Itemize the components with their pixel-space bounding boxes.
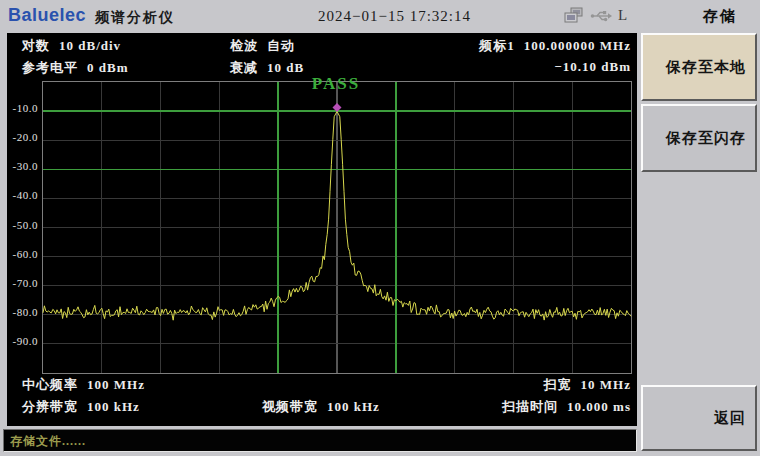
span-value: 10 MHz <box>581 377 631 392</box>
scale-setting: 对数10 dB/div <box>22 37 121 55</box>
center-frequency-value: 100 MHz <box>87 377 145 392</box>
save-to-flash-label: 保存至闪存 <box>666 129 746 148</box>
vbw-readout: 视频带宽100 kHz <box>262 398 380 416</box>
marker-readout-level: −10.10 dBm <box>554 59 631 75</box>
brand-logo: Baluelec <box>8 5 86 26</box>
span-readout: 扫宽10 MHz <box>544 376 631 394</box>
save-to-local-button[interactable]: 保存至本地 <box>641 33 757 101</box>
y-axis-label: -90.0 <box>7 335 38 347</box>
plot-area <box>42 81 632 374</box>
status-letter: L <box>618 7 627 24</box>
scale-value: 10 dB/div <box>59 38 121 53</box>
spectrum-chart-svg <box>43 82 631 373</box>
menu-title: 存储 <box>685 7 755 26</box>
center-frequency-label: 中心频率 <box>22 377 78 392</box>
y-axis-label: -70.0 <box>7 277 38 289</box>
status-bar: 存储文件...... <box>3 429 637 452</box>
sweep-time-readout: 扫描时间10.000 ms <box>502 398 631 416</box>
marker-readout-freq: 频标1100.000000 MHz <box>479 37 631 55</box>
y-axis-label: -50.0 <box>7 219 38 231</box>
marker-freq-value: 100.000000 MHz <box>524 38 631 53</box>
usb-icon <box>590 9 613 27</box>
datetime: 2024−01−15 17:32:14 <box>318 8 471 25</box>
sweep-time-value: 10.000 ms <box>567 399 631 414</box>
vbw-value: 100 kHz <box>327 399 380 414</box>
back-button[interactable]: 返回 <box>641 385 757 451</box>
attenuation-label: 衰减 <box>230 60 258 75</box>
pass-indicator: PASS <box>296 74 376 94</box>
attenuation-setting: 衰减10 dB <box>230 59 304 77</box>
span-label: 扫宽 <box>544 377 572 392</box>
y-axis-label: -10.0 <box>7 102 38 114</box>
ref-level-value: 0 dBm <box>87 60 128 75</box>
vbw-label: 视频带宽 <box>262 399 318 414</box>
scale-label: 对数 <box>22 38 50 53</box>
center-frequency-readout: 中心频率100 MHz <box>22 376 145 394</box>
network-icon <box>563 7 585 29</box>
ref-level-setting: 参考电平0 dBm <box>22 59 128 77</box>
back-button-label: 返回 <box>714 409 746 428</box>
marker-label: 频标1 <box>479 38 515 53</box>
rbw-value: 100 kHz <box>87 399 140 414</box>
detector-setting: 检波自动 <box>230 37 295 55</box>
save-to-flash-button[interactable]: 保存至闪存 <box>641 104 757 172</box>
y-axis-label: -80.0 <box>7 306 38 318</box>
save-to-local-label: 保存至本地 <box>666 58 746 77</box>
y-axis-label: -40.0 <box>7 189 38 201</box>
rbw-readout: 分辨带宽100 kHz <box>22 398 140 416</box>
attenuation-value: 10 dB <box>267 60 304 75</box>
sweep-time-label: 扫描时间 <box>502 399 558 414</box>
save-status-text: 存储文件...... <box>10 433 86 450</box>
ref-level-label: 参考电平 <box>22 60 78 75</box>
app-title: 频谱分析仪 <box>95 9 175 27</box>
header-bar: Baluelec 频谱分析仪 2024−01−15 17:32:14 L 存储 <box>0 0 760 33</box>
detector-label: 检波 <box>230 38 258 53</box>
y-axis-label: -30.0 <box>7 160 38 172</box>
y-axis-label: -60.0 <box>7 248 38 260</box>
screen: 对数10 dB/div 检波自动 频标1100.000000 MHz 参考电平0… <box>7 33 637 426</box>
y-axis-label: -20.0 <box>7 131 38 143</box>
rbw-label: 分辨带宽 <box>22 399 78 414</box>
detector-value: 自动 <box>267 38 295 53</box>
